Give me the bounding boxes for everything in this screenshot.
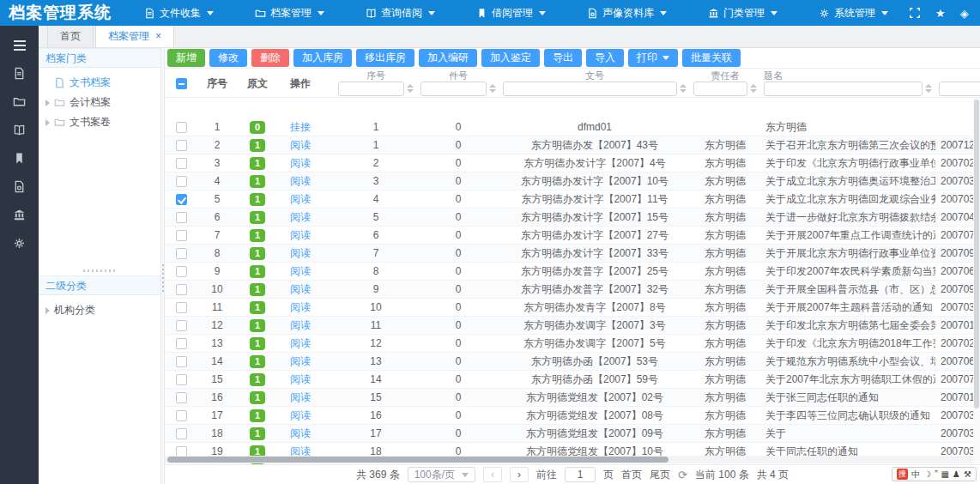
- operation-link[interactable]: 阅读: [290, 247, 311, 259]
- filter-input-date[interactable]: [939, 82, 980, 96]
- filter-input-doc-number[interactable]: [503, 82, 677, 96]
- sidebar-item-category-management[interactable]: [0, 201, 39, 229]
- operation-link[interactable]: 阅读: [290, 301, 311, 313]
- chevron-right-icon[interactable]: [45, 100, 50, 106]
- sort-icons[interactable]: [750, 84, 757, 93]
- tree-item-accounting-archive[interactable]: 会计档案: [39, 93, 160, 112]
- table-row[interactable]: 10 1 阅读 9 0 东方明德办发普字【2007】32号 东方明德 关于开展全…: [165, 281, 980, 299]
- table-row[interactable]: 5 1 阅读 4 0 东方明德办发计字【2007】11号 东方明德 关于成立北京…: [165, 191, 980, 209]
- menu-system-management[interactable]: 系统管理: [798, 0, 909, 26]
- next-page-button[interactable]: ›: [510, 467, 529, 482]
- scrollbar-thumb[interactable]: [974, 100, 979, 408]
- import-button[interactable]: 导入: [586, 49, 624, 67]
- last-page-link[interactable]: 尾页: [650, 468, 670, 482]
- row-checkbox[interactable]: [176, 410, 187, 421]
- panel-splitter-horizontal[interactable]: [39, 265, 160, 275]
- operation-link[interactable]: 阅读: [290, 283, 311, 295]
- operation-link[interactable]: 阅读: [290, 211, 311, 223]
- table-row[interactable]: 7 1 阅读 6 0 东方明德办发计字【2007】27号 东方明德 关于开展20…: [165, 227, 980, 245]
- delete-button[interactable]: 删除: [251, 49, 289, 67]
- row-checkbox[interactable]: [176, 122, 187, 133]
- add-to-appraisal-button[interactable]: 加入鉴定: [481, 49, 540, 67]
- operation-link[interactable]: 阅读: [290, 409, 311, 421]
- tree-item-org-classification[interactable]: 机构分类: [39, 300, 160, 320]
- filter-input-item-number[interactable]: [420, 82, 487, 96]
- select-all-checkbox[interactable]: [176, 78, 187, 89]
- table-row[interactable]: 16 1 阅读 15 0 东方明德党组发【2007】02号 东方明德 关于张三同…: [165, 389, 980, 407]
- menu-borrow-management[interactable]: 借阅管理: [456, 0, 566, 26]
- sogou-icon[interactable]: 搜: [897, 469, 908, 480]
- sort-icons[interactable]: [925, 84, 932, 93]
- chevron-right-icon[interactable]: [45, 119, 50, 126]
- chinese-mode-icon[interactable]: 中: [911, 468, 920, 481]
- menu-query-borrow[interactable]: 查询借阅: [345, 0, 456, 26]
- operation-link[interactable]: 阅读: [290, 157, 311, 169]
- row-checkbox[interactable]: [176, 302, 187, 313]
- sidebar-item-query-borrow[interactable]: [0, 116, 39, 144]
- operation-link[interactable]: 阅读: [290, 319, 311, 331]
- operation-link[interactable]: 阅读: [290, 355, 311, 367]
- table-row[interactable]: 4 1 阅读 3 0 东方明德办发计字【2007】10号 东方明德 关于成立北京…: [165, 172, 980, 191]
- row-checkbox[interactable]: [176, 320, 187, 331]
- operation-link[interactable]: 阅读: [290, 337, 311, 349]
- column-header-seq[interactable]: 序号: [197, 69, 237, 97]
- sidebar-item-av-library[interactable]: [0, 172, 39, 201]
- batch-link-button[interactable]: 批量关联: [682, 49, 741, 67]
- add-button[interactable]: 新增: [167, 49, 205, 67]
- sidebar-item-file-collection[interactable]: [0, 59, 39, 88]
- operation-link[interactable]: 阅读: [290, 427, 311, 439]
- first-page-link[interactable]: 首页: [621, 468, 642, 482]
- horizontal-scrollbar[interactable]: [165, 456, 973, 463]
- moon-icon[interactable]: ☽: [923, 468, 931, 481]
- column-header-original[interactable]: 原文: [237, 69, 278, 97]
- edit-button[interactable]: 修改: [209, 49, 247, 67]
- add-to-storeroom-button[interactable]: 加入库房: [293, 49, 352, 67]
- sort-icons[interactable]: [680, 84, 687, 93]
- table-row[interactable]: 6 1 阅读 5 0 东方明德办发计字【2007】15号 东方明德 关于进一步做…: [165, 209, 980, 227]
- tree-item-document-folders[interactable]: 文书案卷: [39, 112, 160, 132]
- menu-category-management[interactable]: 门类管理: [687, 0, 798, 26]
- menu-av-library[interactable]: 声像资料库: [566, 0, 687, 26]
- panel-splitter-vertical[interactable]: [160, 48, 165, 484]
- table-row[interactable]: 12 1 阅读 11 0 东方明德办发调字【2007】3号 东方明德 关于印发北…: [165, 317, 980, 335]
- keyboard-icon[interactable]: ▦: [941, 468, 949, 481]
- row-checkbox[interactable]: [176, 176, 187, 187]
- table-row[interactable]: 3 1 阅读 2 0 东方明德办发计字【2007】4号 东方明德 关于印发《北京…: [165, 154, 980, 172]
- row-checkbox[interactable]: [176, 194, 187, 205]
- chevron-right-icon[interactable]: [45, 307, 50, 314]
- operation-link[interactable]: 阅读: [290, 175, 311, 187]
- operation-link[interactable]: 阅读: [290, 229, 311, 241]
- user-icon[interactable]: ♟: [953, 468, 960, 481]
- scrollbar-thumb[interactable]: [167, 457, 668, 463]
- sort-icons[interactable]: [489, 84, 496, 93]
- row-checkbox[interactable]: [176, 374, 187, 385]
- row-checkbox[interactable]: [176, 428, 187, 439]
- sidebar-item-borrow-management[interactable]: [0, 144, 39, 172]
- refresh-icon[interactable]: ⟳: [678, 469, 687, 481]
- print-button[interactable]: 打印: [628, 49, 678, 67]
- menu-file-collection[interactable]: 文件收集: [124, 0, 234, 26]
- table-row[interactable]: 2 1 阅读 1 0 东方明德办发【2007】43号 东方明德 关于召开北京东方…: [165, 136, 980, 154]
- table-row[interactable]: 13 1 阅读 12 0 东方明德办发调字【2007】5号 东方明德 关于印发《…: [165, 335, 980, 353]
- remove-from-storeroom-button[interactable]: 移出库房: [356, 49, 414, 67]
- row-checkbox[interactable]: [176, 230, 187, 241]
- table-row[interactable]: 17 1 阅读 16 0 东方明德党组发【2007】08号 东方明德 关于李四等…: [165, 407, 980, 425]
- operation-link[interactable]: 阅读: [290, 265, 311, 277]
- tab-home[interactable]: 首页: [47, 25, 94, 47]
- gem-icon[interactable]: ◈: [960, 8, 969, 19]
- sort-icons[interactable]: [407, 84, 414, 93]
- menu-archive-management[interactable]: 档案管理: [234, 0, 345, 26]
- table-row[interactable]: 8 1 阅读 7 0 东方明德办发计字【2007】33号 东方明德 关于开展北京…: [165, 245, 980, 263]
- prev-page-button[interactable]: ‹: [483, 467, 502, 482]
- operation-link[interactable]: 阅读: [290, 139, 311, 151]
- table-row[interactable]: 18 1 阅读 17 0 东方明德党组发【2007】09号 东方明德 关于 20…: [165, 425, 980, 443]
- export-button[interactable]: 导出: [544, 49, 582, 67]
- table-row[interactable]: 11 1 阅读 10 0 东方明德办发青字【2007】8号 东方明德 关于开展2…: [165, 299, 980, 317]
- sidebar-item-system-management[interactable]: [0, 229, 39, 257]
- tools-icon[interactable]: ⚒: [964, 468, 971, 481]
- sidebar-menu-toggle[interactable]: [0, 31, 39, 59]
- row-checkbox[interactable]: [176, 140, 187, 151]
- vertical-scrollbar[interactable]: [973, 98, 980, 463]
- page-number-input[interactable]: [565, 467, 596, 482]
- punctuation-icon[interactable]: ”: [935, 468, 937, 481]
